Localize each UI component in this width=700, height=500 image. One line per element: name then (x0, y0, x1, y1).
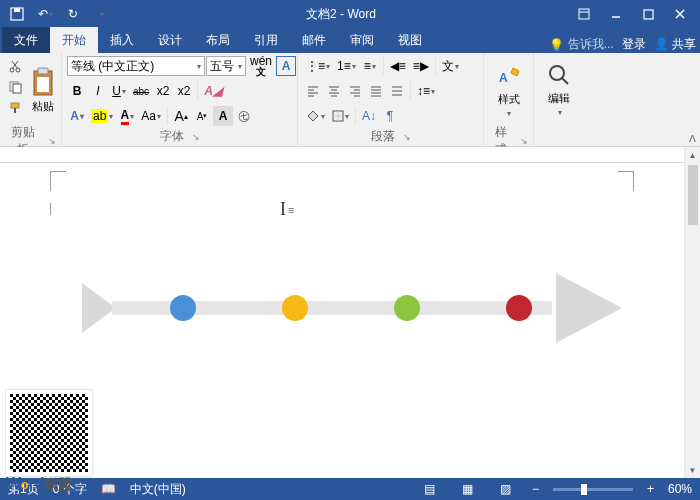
font-family-combo[interactable]: 等线 (中文正文)▾ (67, 56, 205, 76)
tab-references[interactable]: 引用 (242, 27, 290, 53)
strike-label: abc (133, 86, 149, 97)
zoom-out-icon[interactable]: − (532, 482, 539, 496)
tab-insert[interactable]: 插入 (98, 27, 146, 53)
scroll-thumb[interactable] (688, 165, 698, 225)
login-link[interactable]: 登录 (622, 36, 646, 53)
align-center-button[interactable] (324, 81, 344, 101)
sort-button[interactable]: A↓ (359, 106, 379, 126)
increase-indent-button[interactable]: ≡▶ (410, 56, 432, 76)
tab-mailings[interactable]: 邮件 (290, 27, 338, 53)
redo-icon[interactable]: ↻ (60, 2, 86, 26)
font-size-combo[interactable]: 五号▾ (206, 56, 246, 76)
qat-customize-icon[interactable]: ▾ (88, 2, 114, 26)
borders-button[interactable]: ▾ (329, 106, 352, 126)
maximize-icon[interactable] (632, 2, 664, 26)
window-title: 文档2 - Word (114, 6, 568, 23)
numbering-button[interactable]: 1≡▾ (334, 56, 359, 76)
watermark: Word联盟 (6, 475, 72, 494)
clear-format-button[interactable]: A◢ (201, 81, 225, 101)
font-color-button[interactable]: A▾ (117, 106, 137, 126)
collapse-ribbon-icon[interactable]: ᐱ (689, 133, 696, 144)
subscript-button[interactable]: x2 (153, 81, 173, 101)
strike-button[interactable]: abc (130, 81, 152, 101)
print-layout-icon[interactable]: ▦ (456, 480, 480, 498)
italic-button[interactable]: I (88, 81, 108, 101)
save-icon[interactable] (4, 2, 30, 26)
tab-home[interactable]: 开始 (50, 27, 98, 53)
multilevel-button[interactable]: ≡▾ (360, 56, 380, 76)
styles-launcher-icon[interactable]: ↘ (520, 136, 528, 146)
line-spacing-button[interactable]: ↕≡▾ (414, 81, 438, 101)
scroll-up-icon[interactable]: ▲ (685, 147, 700, 163)
phonetic-guide-button[interactable]: wén文 (247, 56, 275, 76)
align-right-button[interactable] (345, 81, 365, 101)
svg-rect-2 (579, 9, 589, 19)
char-border-button[interactable]: A (276, 56, 296, 76)
tab-file[interactable]: 文件 (2, 27, 50, 53)
text-direction-button[interactable]: 文▾ (439, 56, 462, 76)
svg-rect-10 (38, 68, 48, 74)
dot-blue[interactable] (170, 295, 196, 321)
vertical-scrollbar[interactable]: ▲ ▼ (684, 147, 700, 478)
find-icon (547, 63, 571, 89)
tab-review[interactable]: 审阅 (338, 27, 386, 53)
text-effect-button[interactable]: A▾ (67, 106, 87, 126)
shading-button[interactable]: ▾ (303, 106, 328, 126)
minimize-icon[interactable] (600, 2, 632, 26)
horizontal-ruler[interactable] (0, 147, 700, 163)
zoom-level[interactable]: 60% (668, 482, 692, 496)
scroll-down-icon[interactable]: ▼ (685, 462, 700, 478)
read-mode-icon[interactable]: ▤ (418, 480, 442, 498)
tab-design[interactable]: 设计 (146, 27, 194, 53)
web-layout-icon[interactable]: ▨ (494, 480, 518, 498)
margin-corner-tl (50, 171, 66, 191)
editing-button[interactable]: 编辑▾ (539, 56, 579, 124)
styles-button[interactable]: A 样式▾ (489, 56, 528, 124)
copy-button[interactable] (5, 77, 25, 97)
tab-layout[interactable]: 布局 (194, 27, 242, 53)
paragraph-launcher-icon[interactable]: ↘ (403, 132, 411, 142)
font-launcher-icon[interactable]: ↘ (192, 132, 200, 142)
cut-button[interactable] (5, 56, 25, 76)
undo-icon[interactable]: ↶▾ (32, 2, 58, 26)
margin-corner-tr (618, 171, 634, 191)
smartart-arrow[interactable] (82, 273, 622, 343)
change-case-button[interactable]: Aa▾ (138, 106, 164, 126)
dot-yellow[interactable] (282, 295, 308, 321)
svg-rect-7 (13, 84, 21, 93)
grow-font-button[interactable]: A▴ (171, 106, 191, 126)
text-cursor: I≡ (280, 199, 294, 220)
shrink-font-button[interactable]: A▾ (192, 106, 212, 126)
paste-button[interactable]: 粘贴 (28, 56, 58, 124)
dot-red[interactable] (506, 295, 532, 321)
distribute-button[interactable] (387, 81, 407, 101)
underline-button[interactable]: U▾ (109, 81, 129, 101)
superscript-button[interactable]: x2 (174, 81, 194, 101)
bullets-button[interactable]: ⋮≡▾ (303, 56, 333, 76)
bold-button[interactable]: B (67, 81, 87, 101)
document-area[interactable]: I≡ (0, 163, 684, 478)
show-marks-button[interactable]: ¶ (380, 106, 400, 126)
close-icon[interactable] (664, 2, 696, 26)
bold-label: B (73, 84, 82, 98)
clipboard-launcher-icon[interactable]: ↘ (48, 136, 56, 146)
share-label: 共享 (672, 37, 696, 51)
zoom-slider[interactable] (553, 488, 633, 491)
tab-view[interactable]: 视图 (386, 27, 434, 53)
zoom-in-icon[interactable]: + (647, 482, 654, 496)
format-painter-button[interactable] (5, 98, 25, 118)
decrease-indent-button[interactable]: ◀≡ (387, 56, 409, 76)
share-button[interactable]: 👤 共享 (654, 36, 696, 53)
tell-me[interactable]: 💡 告诉我... (549, 36, 614, 53)
enclose-char-button[interactable]: ㊆ (234, 106, 254, 126)
highlight-button[interactable]: ab▾ (88, 106, 116, 126)
char-shading-button[interactable]: A (213, 106, 233, 126)
spellcheck-icon[interactable]: 📖 (101, 482, 116, 496)
language[interactable]: 中文(中国) (130, 481, 186, 498)
zoom-slider-thumb[interactable] (581, 484, 587, 495)
dot-green[interactable] (394, 295, 420, 321)
justify-button[interactable] (366, 81, 386, 101)
align-left-button[interactable] (303, 81, 323, 101)
page: I≡ (32, 163, 652, 478)
ribbon-options-icon[interactable] (568, 2, 600, 26)
